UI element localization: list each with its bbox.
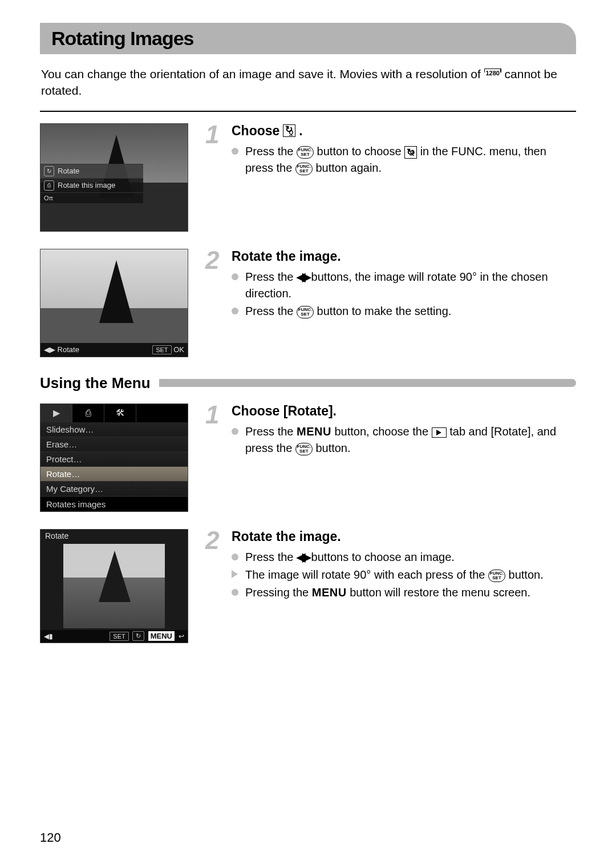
rotate-icon: ↻ — [44, 166, 54, 176]
left-right-arrows-icon: ◀▶ — [297, 551, 308, 563]
left-right-arrows-icon: ◀▶ — [297, 271, 308, 283]
menu-status-text: Rotates images — [40, 497, 188, 511]
ok-label: OK — [173, 345, 184, 354]
rotate-icon: Q — [283, 124, 295, 137]
rotate-header-label: Rotate — [40, 530, 188, 543]
divider — [40, 111, 576, 112]
playback-menu-screenshot: ▶ ⎙ 🛠 Slideshow… Erase… Protect… Rotate…… — [40, 403, 188, 512]
rotate-icon: Q — [404, 146, 417, 159]
step-b-number-1: 1 — [205, 403, 226, 458]
step-1-instruction: Press the FUNC.SET button to choose Q in… — [232, 143, 576, 176]
step-2-instruction-2: Press the FUNC.SET button to make the se… — [232, 303, 576, 320]
menu-item-slideshow: Slideshow… — [40, 422, 188, 437]
step-b-number-2: 2 — [205, 529, 226, 602]
menu-button-label: MENU — [148, 631, 175, 641]
tools-tab: 🛠 — [104, 404, 136, 422]
set-button: SET — [110, 632, 128, 641]
step-2-title: Rotate the image. — [232, 249, 576, 264]
page-title: Rotating Images — [51, 27, 565, 50]
set-button: SET — [152, 345, 171, 354]
protect-icon: Oπ — [44, 195, 53, 201]
step-b1-title: Choose [Rotate]. — [232, 403, 576, 419]
menu-button-label: MENU — [297, 425, 331, 438]
subsection-title: Using the Menu — [40, 374, 151, 392]
func-set-icon: FUNC.SET — [488, 570, 505, 582]
step-b2-instruction-3: Pressing the MENU button will restore th… — [232, 584, 576, 601]
print-tab: ⎙ — [72, 404, 104, 422]
print-icon: ⎙ — [44, 180, 54, 191]
menu-item-rotate: Rotate… — [40, 467, 188, 482]
func-rotate-label: Rotate — [58, 167, 79, 175]
resolution-1280-icon: 1280 — [484, 68, 501, 81]
func-set-icon: FUNC.SET — [295, 443, 313, 455]
step-b2-instruction-1: Press the ◀▶ buttons to choose an image. — [232, 549, 576, 566]
menu-item-mycategory: My Category… — [40, 482, 188, 496]
step-number-2: 2 — [205, 249, 226, 321]
menu-item-protect: Protect… — [40, 452, 188, 467]
menu-item-erase: Erase… — [40, 437, 188, 452]
func-set-icon: FUNC.SET — [297, 146, 314, 159]
rotate-mode-screenshot: Rotate ◀▮ SET ↻ MENU ↩ — [40, 529, 188, 643]
func-desc-label: Rotate this image — [58, 181, 115, 189]
step-1-title: Choose Q . — [232, 123, 576, 139]
step-b2-title: Rotate the image. — [232, 529, 576, 544]
step-number-1: 1 — [205, 123, 226, 177]
rotate-preview-screenshot: ◀▶ Rotate SET OK — [40, 249, 188, 357]
intro-paragraph: You can change the orientation of an ima… — [40, 66, 576, 99]
step-b2-instruction-2: The image will rotate 90° with each pres… — [232, 567, 576, 583]
playback-tab-icon — [432, 427, 447, 438]
playback-tab: ▶ — [40, 404, 72, 422]
func-set-icon: FUNC.SET — [295, 163, 313, 175]
rotate-action-icon: ↻ — [132, 631, 144, 641]
menu-button-label: MENU — [312, 586, 347, 599]
step-b1-instruction: Press the MENU button, choose the tab an… — [232, 423, 576, 457]
func-menu-screenshot: ↻ Rotate ⎙ Rotate this image Oπ — [40, 123, 188, 232]
page-number: 120 — [40, 830, 61, 845]
func-set-icon: FUNC.SET — [297, 306, 314, 318]
intro-text-pre: You can change the orientation of an ima… — [41, 67, 484, 80]
step-2-instruction-1: Press the ◀▶ buttons, the image will rot… — [232, 269, 576, 302]
left-corner-icon: ◀▮ — [44, 632, 53, 640]
rotate-footer-left: ◀▶ Rotate — [44, 345, 79, 354]
back-icon: ↩ — [179, 632, 184, 640]
section-title-bar: Rotating Images — [40, 23, 576, 54]
subsection-heading: Using the Menu — [40, 374, 576, 392]
